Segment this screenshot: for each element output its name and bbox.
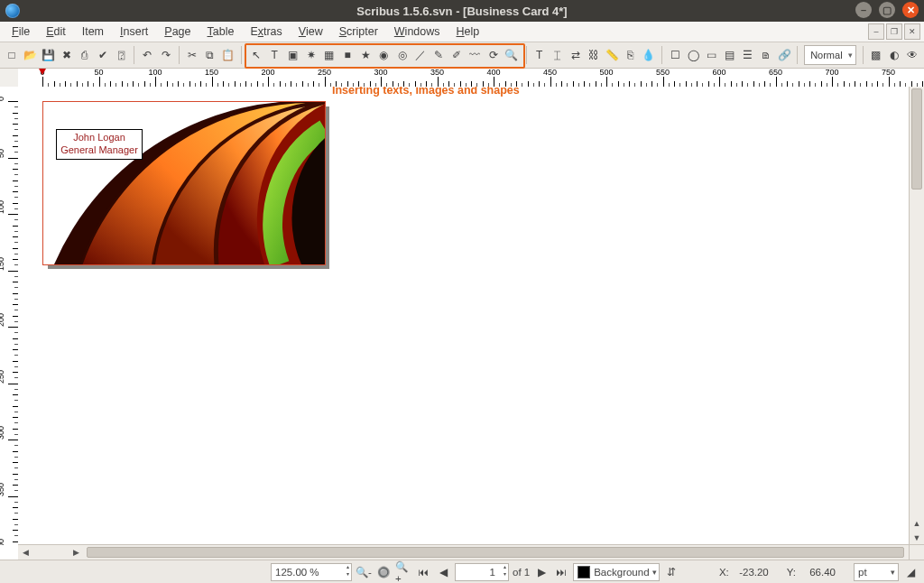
save-pdf-button[interactable]: ⍰ bbox=[113, 46, 129, 64]
edit-content-button[interactable]: ⌶ bbox=[550, 46, 566, 64]
menu-view[interactable]: View bbox=[291, 23, 331, 40]
unlink-frames-button[interactable]: ⛓ bbox=[586, 46, 602, 64]
annotation-text: Inserting texts, images and shapes bbox=[332, 87, 520, 97]
card-artwork bbox=[43, 102, 325, 264]
menu-help[interactable]: Help bbox=[448, 23, 488, 40]
text-frame[interactable]: John Logan General Manager bbox=[56, 129, 143, 160]
menu-extras[interactable]: Extras bbox=[242, 23, 290, 40]
line-button[interactable]: ／ bbox=[412, 46, 429, 64]
current-page-value: 1 bbox=[490, 567, 495, 578]
window-minimize-button[interactable]: – bbox=[855, 2, 872, 18]
redo-button[interactable]: ↷ bbox=[157, 46, 173, 64]
render-frame-button[interactable]: ✷ bbox=[303, 46, 319, 64]
menu-scripter[interactable]: Scripter bbox=[331, 23, 386, 40]
print-button[interactable]: ⎙ bbox=[77, 46, 93, 64]
copy-props-button[interactable]: ⎘ bbox=[623, 46, 639, 64]
menu-edit[interactable]: Edit bbox=[38, 23, 74, 40]
pdf-textfield-button[interactable]: ▭ bbox=[703, 46, 719, 64]
current-page-field[interactable]: 1 bbox=[455, 563, 509, 581]
preview-button[interactable]: ◐ bbox=[886, 46, 902, 64]
menu-item[interactable]: Item bbox=[74, 23, 112, 40]
paste-button[interactable]: 📋 bbox=[220, 46, 236, 64]
window-maximize-button[interactable]: ▢ bbox=[879, 2, 895, 18]
vertical-scrollbar-up[interactable]: ▲ bbox=[910, 516, 924, 531]
pdf-radio-button[interactable]: ◯ bbox=[685, 46, 701, 64]
open-button[interactable]: 📂 bbox=[22, 46, 38, 64]
toolbar-separator bbox=[241, 46, 242, 64]
menu-insert[interactable]: Insert bbox=[112, 23, 156, 40]
edit-text-button[interactable]: T bbox=[531, 46, 548, 64]
mdi-minimize-button[interactable]: – bbox=[868, 23, 884, 40]
pdf-listbox-button[interactable]: ☰ bbox=[740, 46, 756, 64]
copy-button[interactable]: ⧉ bbox=[202, 46, 218, 64]
zoom-level-value: 125.00 % bbox=[275, 567, 319, 578]
rotate-button[interactable]: ⟳ bbox=[485, 46, 501, 64]
polygon-button[interactable]: ◉ bbox=[375, 46, 392, 64]
select-button[interactable]: ↖ bbox=[248, 46, 264, 64]
preview-mode-label: Normal bbox=[810, 50, 842, 60]
undo-button[interactable]: ↶ bbox=[139, 46, 155, 64]
zoom-reset-button[interactable]: 🔘 bbox=[375, 564, 392, 580]
mdi-restore-button[interactable]: ❐ bbox=[886, 23, 902, 40]
zoom-button[interactable]: 🔍 bbox=[504, 46, 520, 64]
pdf-combobox-button[interactable]: ▤ bbox=[721, 46, 737, 64]
measure-button[interactable]: 📏 bbox=[604, 46, 620, 64]
app-icon bbox=[5, 4, 20, 18]
ruler-horizontal[interactable]: 0501001502002503003504004505005506006507… bbox=[18, 69, 924, 88]
unit-selector[interactable]: pt ▾ bbox=[854, 563, 899, 581]
calligraphic-button[interactable]: 〰 bbox=[467, 46, 483, 64]
eyedropper-button[interactable]: 💧 bbox=[641, 46, 657, 64]
window-close-button[interactable]: ✕ bbox=[902, 2, 919, 18]
horizontal-scrollbar-thumb[interactable] bbox=[87, 547, 904, 558]
page-total-label: of 1 bbox=[513, 567, 530, 578]
new-button[interactable]: □ bbox=[4, 46, 20, 64]
save-button[interactable]: 💾 bbox=[40, 46, 56, 64]
menu-windows[interactable]: Windows bbox=[386, 23, 448, 40]
bezier-button[interactable]: ✎ bbox=[430, 46, 447, 64]
zoom-in-button[interactable]: 🔍+ bbox=[395, 564, 411, 580]
goto-last-page-button[interactable]: ⏭ bbox=[553, 564, 569, 580]
ruler-vertical[interactable]: 050100150200250300350400 bbox=[0, 87, 19, 545]
goto-next-page-button[interactable]: ▶ bbox=[533, 564, 550, 580]
mdi-close-button[interactable]: ✕ bbox=[904, 23, 920, 40]
zoom-level-field[interactable]: 125.00 % bbox=[271, 563, 352, 581]
horizontal-scrollbar-left[interactable]: ◀ bbox=[18, 545, 32, 560]
preflight-button[interactable]: ✔ bbox=[95, 46, 111, 64]
pdf-checkbox-button[interactable]: ☐ bbox=[667, 46, 683, 64]
menu-file[interactable]: File bbox=[4, 23, 38, 40]
vertical-scrollbar-thumb[interactable] bbox=[911, 88, 922, 190]
cut-button[interactable]: ✂ bbox=[184, 46, 200, 64]
zoom-out-button[interactable]: 🔍- bbox=[356, 564, 372, 580]
document-page[interactable]: John Logan General Manager bbox=[42, 101, 326, 265]
spiral-button[interactable]: ◎ bbox=[393, 46, 410, 64]
vertical-scrollbar[interactable]: ▲ ▼ bbox=[909, 87, 924, 545]
pdf-annotation-button[interactable]: 🗈 bbox=[758, 46, 774, 64]
shape-button[interactable]: ■ bbox=[339, 46, 356, 64]
ruler-origin-corner[interactable] bbox=[0, 69, 19, 88]
canvas-viewport[interactable]: Inserting texts, images and shapes bbox=[18, 87, 910, 545]
preview-mode-selector[interactable]: Normal bbox=[804, 45, 855, 65]
layer-selector[interactable]: Background ▾ bbox=[573, 563, 660, 581]
coord-x-value: -23.20 bbox=[733, 567, 769, 578]
arc-button[interactable]: ★ bbox=[357, 46, 374, 64]
vertical-scrollbar-down[interactable]: ▼ bbox=[910, 531, 924, 545]
freehand-button[interactable]: ✐ bbox=[448, 46, 465, 64]
horizontal-scrollbar-right[interactable]: ▶ bbox=[69, 545, 83, 560]
table-button[interactable]: ▦ bbox=[321, 46, 337, 64]
goto-first-page-button[interactable]: ⏮ bbox=[415, 564, 431, 580]
text-frame-button[interactable]: T bbox=[266, 46, 282, 64]
link-frames-button[interactable]: ⇄ bbox=[568, 46, 584, 64]
toolbar-separator bbox=[797, 46, 798, 64]
menu-page[interactable]: Page bbox=[156, 23, 199, 40]
menu-table[interactable]: Table bbox=[199, 23, 243, 40]
toolbar-separator bbox=[661, 46, 662, 64]
image-frame-button[interactable]: ▣ bbox=[284, 46, 300, 64]
visibility-button[interactable]: 👁 bbox=[904, 46, 920, 64]
color-manage-button[interactable]: ▩ bbox=[867, 46, 883, 64]
close-button[interactable]: ✖ bbox=[59, 46, 75, 64]
goto-prev-page-button[interactable]: ◀ bbox=[435, 564, 451, 580]
layer-toggle-button[interactable]: ⇵ bbox=[663, 564, 679, 580]
pdf-link-button[interactable]: 🔗 bbox=[776, 46, 792, 64]
horizontal-scrollbar[interactable]: ◀ ▶ bbox=[18, 544, 910, 560]
coord-x-label: X: bbox=[719, 567, 729, 578]
